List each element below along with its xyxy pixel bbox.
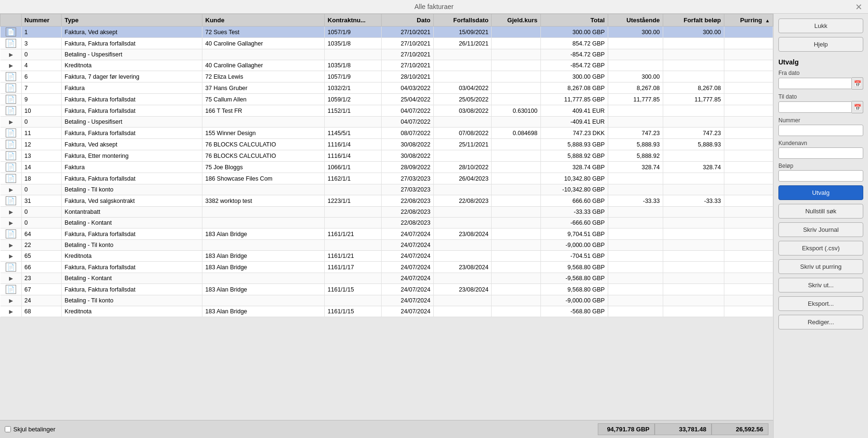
table-row[interactable]: 📄3Faktura, Faktura forfallsdat40 Carolin…	[0, 38, 773, 49]
expand-col[interactable]: 📄	[0, 105, 22, 117]
hide-payments-checkbox[interactable]	[5, 426, 11, 432]
skriv-purring-button[interactable]: Skriv ut purring	[778, 259, 863, 274]
col-type[interactable]: Type	[62, 14, 202, 27]
expand-arrow-icon[interactable]: ▶	[9, 119, 13, 125]
expand-col[interactable]: ▶	[0, 306, 22, 317]
col-forfalt-belop[interactable]: Forfalt beløp	[663, 14, 724, 27]
expand-arrow-icon[interactable]: ▶	[9, 52, 13, 57]
table-row[interactable]: ▶0Betaling - Uspesifisert27/10/2021-854.…	[0, 49, 773, 60]
expand-col[interactable]: 📄	[0, 284, 22, 295]
table-row[interactable]: 📄12Faktura, Ved aksept76 BLOCKS CALCULAT…	[0, 139, 773, 150]
til-dato-calendar-icon[interactable]: 📅	[852, 101, 863, 113]
table-wrapper[interactable]: Nummer Type Kunde Kontraktnu... Dato For…	[0, 14, 773, 420]
table-row[interactable]: 📄1Faktura, Ved aksept72 Sues Test1057/1/…	[0, 27, 773, 38]
expand-col[interactable]: 📄	[0, 150, 22, 162]
table-row[interactable]: 📄10Faktura, Faktura forfallsdat166 T Tes…	[0, 105, 773, 117]
table-row[interactable]: ▶24Betaling - Til konto24/07/2024-9,000.…	[0, 295, 773, 306]
col-kontraktnu[interactable]: Kontraktnu...	[325, 14, 382, 27]
lukk-button[interactable]: Lukk	[778, 18, 863, 33]
expand-col[interactable]: 📄	[0, 128, 22, 139]
table-row[interactable]: ▶23Betaling - Kontant24/07/2024-9,568.80…	[0, 273, 773, 284]
table-row[interactable]: 📄9Faktura, Faktura forfallsdat75 Callum …	[0, 94, 773, 105]
expand-col[interactable]: ▶	[0, 117, 22, 128]
expand-arrow-icon[interactable]: ▶	[9, 209, 13, 215]
utvalg-button[interactable]: Utvalg	[778, 185, 863, 200]
nullstill-button[interactable]: Nullstill søk	[778, 204, 863, 219]
expand-col[interactable]: ▶	[0, 240, 22, 251]
nummer-input[interactable]	[778, 125, 863, 136]
belop-input[interactable]	[778, 170, 863, 182]
col-purring[interactable]: Purring ▲	[724, 14, 773, 27]
hjelp-button[interactable]: Hjelp	[778, 37, 863, 52]
fra-dato-calendar-icon[interactable]: 📅	[852, 77, 863, 90]
col-total[interactable]: Total	[540, 14, 608, 27]
table-row[interactable]: ▶0Betaling - Kontant22/08/2023-666.60 GB…	[0, 218, 773, 228]
cell-gjeldkurs	[492, 60, 540, 71]
expand-col[interactable]: 📄	[0, 195, 22, 207]
col-nummer[interactable]: Nummer	[21, 14, 62, 27]
expand-col[interactable]: 📄	[0, 27, 22, 38]
cell-utestående: 300.00	[608, 27, 663, 38]
table-row[interactable]: ▶4Kreditnota40 Caroline Gallagher1035/1/…	[0, 60, 773, 71]
expand-arrow-icon[interactable]: ▶	[9, 220, 13, 226]
expand-col[interactable]: 📄	[0, 162, 22, 173]
table-row[interactable]: 📄6Faktura, 7 dager før levering72 Eliza …	[0, 71, 773, 82]
expand-col[interactable]: 📄	[0, 94, 22, 105]
expand-arrow-icon[interactable]: ▶	[9, 63, 13, 68]
expand-col[interactable]: ▶	[0, 60, 22, 71]
col-forfallsdato[interactable]: Forfallsdato	[433, 14, 492, 27]
expand-col[interactable]: 📄	[0, 173, 22, 184]
expand-col[interactable]: ▶	[0, 207, 22, 218]
fra-dato-input[interactable]	[778, 78, 852, 89]
expand-arrow-icon[interactable]: ▶	[9, 253, 13, 259]
expand-col[interactable]: 📄	[0, 71, 22, 82]
rediger-button[interactable]: Rediger...	[778, 315, 863, 329]
til-dato-input[interactable]	[778, 101, 852, 113]
table-row[interactable]: ▶65Kreditnota183 Alan Bridge1161/1/2124/…	[0, 251, 773, 262]
table-row[interactable]: 📄18Faktura, Faktura forfallsdat186 Showc…	[0, 173, 773, 184]
table-row[interactable]: ▶0Betaling - Uspesifisert04/07/2022-409.…	[0, 117, 773, 128]
cell-gjeldkurs	[492, 71, 540, 82]
expand-arrow-icon[interactable]: ▶	[9, 242, 13, 248]
expand-col[interactable]: ▶	[0, 218, 22, 228]
skriv-ut-button[interactable]: Skriv ut...	[778, 278, 863, 292]
eksport-button[interactable]: Eksport...	[778, 296, 863, 311]
expand-col[interactable]: ▶	[0, 251, 22, 262]
col-dato[interactable]: Dato	[382, 14, 434, 27]
table-row[interactable]: ▶0Kontantrabatt22/08/2023-33.33 GBP	[0, 207, 773, 218]
cell-purring	[724, 82, 773, 94]
expand-col[interactable]: ▶	[0, 273, 22, 284]
expand-col[interactable]: 📄	[0, 139, 22, 150]
eksport-csv-button[interactable]: Eksport (.csv)	[778, 241, 863, 256]
expand-arrow-icon[interactable]: ▶	[9, 309, 13, 314]
table-row[interactable]: 📄66Faktura, Faktura forfallsdat183 Alan …	[0, 262, 773, 273]
table-row[interactable]: 📄7Faktura37 Hans Gruber1032/2/104/03/202…	[0, 82, 773, 94]
expand-col[interactable]: 📄	[0, 228, 22, 240]
expand-col[interactable]: ▶	[0, 184, 22, 195]
expand-arrow-icon[interactable]: ▶	[9, 298, 13, 303]
col-gjeldkurs[interactable]: Gjeld.kurs	[492, 14, 540, 27]
expand-arrow-icon[interactable]: ▶	[9, 275, 13, 281]
close-icon[interactable]: ✕	[855, 2, 862, 12]
table-row[interactable]: ▶68Kreditnota183 Alan Bridge1161/1/1524/…	[0, 306, 773, 317]
table-row[interactable]: 📄64Faktura, Faktura forfallsdat183 Alan …	[0, 228, 773, 240]
expand-col[interactable]: 📄	[0, 38, 22, 49]
kundenavn-input[interactable]	[778, 147, 863, 159]
table-row[interactable]: 📄13Faktura, Etter montering76 BLOCKS CAL…	[0, 150, 773, 162]
table-row[interactable]: ▶0Betaling - Til konto27/03/2023-10,342.…	[0, 184, 773, 195]
table-row[interactable]: ▶22Betaling - Til konto24/07/2024-9,000.…	[0, 240, 773, 251]
doc-icon: 📄	[6, 263, 16, 272]
hide-payments-label[interactable]: Skjul betalinger	[5, 426, 55, 433]
table-row[interactable]: 📄14Faktura75 Joe Bloggs1066/1/128/09/202…	[0, 162, 773, 173]
skriv-journal-button[interactable]: Skriv Journal	[778, 222, 863, 237]
table-row[interactable]: 📄67Faktura, Faktura forfallsdat183 Alan …	[0, 284, 773, 295]
expand-col[interactable]: ▶	[0, 295, 22, 306]
col-kunde[interactable]: Kunde	[202, 14, 325, 27]
table-row[interactable]: 📄11Faktura, Faktura forfallsdat155 Winne…	[0, 128, 773, 139]
expand-arrow-icon[interactable]: ▶	[9, 187, 13, 192]
expand-col[interactable]: ▶	[0, 49, 22, 60]
expand-col[interactable]: 📄	[0, 262, 22, 273]
expand-col[interactable]: 📄	[0, 82, 22, 94]
table-row[interactable]: 📄31Faktura, Ved salgskontrakt3382 workto…	[0, 195, 773, 207]
col-utestående[interactable]: Utestående	[608, 14, 663, 27]
